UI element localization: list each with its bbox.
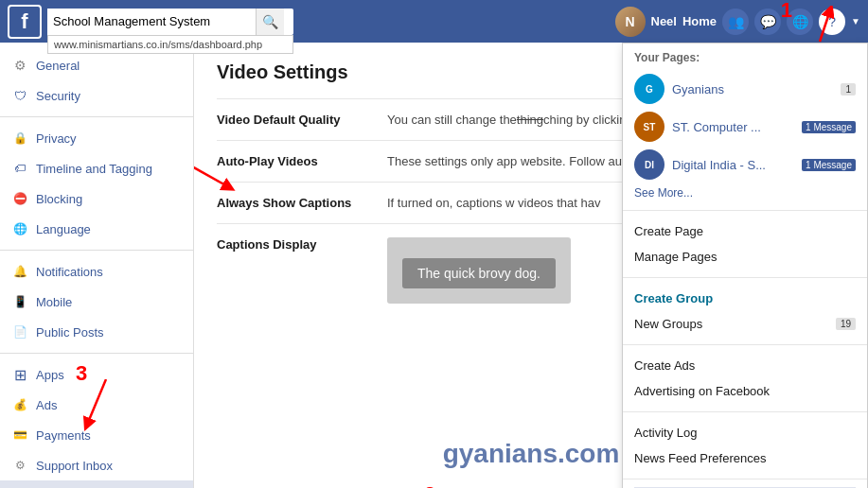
dropdown-settings-section: Settings Log Out [623,479,867,488]
bell-icon [11,263,28,280]
dropdown-panel: Your Pages: G Gyanians 1 ST ST. Computer… [622,43,868,488]
avatar[interactable]: N [615,7,646,37]
lock-icon [11,130,28,147]
page-name-gyanians: Gyanians [672,82,833,96]
sidebar-item-mobile[interactable]: Mobile [0,287,193,317]
page-avatar-digitalindia: DI [634,149,664,180]
sidebar-label-general: General [36,59,80,73]
nav-right-section: N Neel Home 👥 💬 🌐 ? ▼ [615,7,861,37]
gear-icon [11,57,28,74]
row-label-captiondisplay: Captions Display [217,237,368,252]
sidebar-label-blocking: Blocking [36,192,82,206]
see-more-link[interactable]: See More... [634,183,856,202]
facebook-logo[interactable]: f [8,5,42,39]
sidebar-item-privacy[interactable]: Privacy [0,123,193,153]
dropdown-create-section: Create Page Manage Pages [623,211,867,278]
dropdown-group-section: Create Group New Groups 19 [623,278,867,345]
new-groups-badge: 19 [836,318,856,330]
row-label-captions: Always Show Captions [217,196,368,210]
sidebar-item-apps[interactable]: Apps [0,359,193,390]
row-label-quality: Video Default Quality [217,113,368,127]
sidebar-item-blocking[interactable]: Blocking [0,183,193,214]
sidebar-item-payments[interactable]: Payments [0,420,193,450]
watermark: gyanians.com [443,439,620,469]
ads-icon [11,396,28,413]
dropdown-pages-section: Your Pages: G Gyanians 1 ST ST. Computer… [623,44,867,211]
sidebar-label-security: Security [36,89,80,103]
create-ads-link[interactable]: Create Ads [634,353,856,378]
language-icon [11,220,28,237]
mobile-icon [11,293,28,310]
manage-pages-link[interactable]: Manage Pages [634,244,856,270]
page-badge-gyanians: 1 [841,83,856,96]
sidebar-item-general[interactable]: General [0,50,193,80]
sidebar-label-support: Support Inbox [36,459,113,473]
page-item-digitalindia[interactable]: DI Digital India - S... 1 Message [634,146,856,183]
support-icon [11,457,28,474]
shield-icon [11,87,28,104]
page-name-st: ST. Computer ... [672,120,794,134]
sidebar-label-privacy: Privacy [36,131,77,146]
apps-icon [11,366,28,383]
sidebar-item-security[interactable]: Security [0,80,193,111]
user-name[interactable]: Neel [651,14,677,28]
sidebar-divider-1 [0,116,193,117]
new-groups-link[interactable]: New Groups [634,311,702,337]
advertising-link[interactable]: Advertising on Facebook [634,378,856,404]
page-badge-digitalindia: 1 Message [802,159,856,171]
main-layout: General Security Privacy Timeline and Ta… [0,43,868,488]
top-navigation: f www.minismartians.co.in/sms/dashboard.… [0,0,868,43]
page-avatar-st: ST [634,112,664,142]
sidebar-item-support[interactable]: Support Inbox [0,450,193,480]
page-name-digitalindia: Digital India - S... [672,158,794,172]
public-posts-icon [11,323,28,340]
tag-icon [11,160,28,177]
dropdown-activity-section: Activity Log News Feed Preferences [623,412,867,479]
create-group-row: Create Group [634,286,856,311]
sidebar-item-notifications[interactable]: Notifications [0,256,193,287]
sidebar-item-videos[interactable]: Videos [0,480,193,488]
dropdown-ads-section: Create Ads Advertising on Facebook [623,345,867,412]
url-hint: www.minismartians.co.in/sms/dashboard.ph… [47,35,293,54]
search-bar: www.minismartians.co.in/sms/dashboard.ph… [47,9,293,35]
friends-icon-btn[interactable]: 👥 [722,9,749,35]
sidebar-label-notifications: Notifications [36,265,103,279]
page-item-st[interactable]: ST ST. Computer ... 1 Message [634,108,856,146]
sidebar-label-apps: Apps [36,368,64,382]
help-icon-btn[interactable]: ? [819,9,845,35]
block-icon [11,190,28,207]
sidebar-divider-3 [0,353,193,354]
sidebar-item-timeline[interactable]: Timeline and Tagging [0,153,193,183]
sidebar-divider-2 [0,250,193,251]
sidebar-item-publicposts[interactable]: Public Posts [0,317,193,347]
search-input[interactable] [47,9,256,35]
new-groups-row: New Groups 19 [634,311,856,337]
news-feed-link[interactable]: News Feed Preferences [634,445,856,471]
sidebar-label-timeline: Timeline and Tagging [36,162,152,176]
page-avatar-gyanians: G [634,74,664,104]
sidebar-item-ads[interactable]: Ads [0,390,193,420]
sidebar-item-language[interactable]: Language [0,214,193,244]
caption-demo: The quick brovy dog. [402,258,556,288]
row-label-autoplay: Auto-Play Videos [217,154,368,168]
messenger-icon-btn[interactable]: 💬 [754,9,781,35]
sidebar: General Security Privacy Timeline and Ta… [0,43,194,488]
search-button[interactable]: 🔍 [256,9,284,35]
page-badge-st: 1 Message [802,121,856,133]
sidebar-label-mobile: Mobile [36,295,72,309]
sidebar-label-ads: Ads [36,398,57,412]
sidebar-label-payments: Payments [36,428,91,443]
your-pages-title: Your Pages: [634,51,856,64]
activity-log-link[interactable]: Activity Log [634,420,856,445]
sidebar-label-publicposts: Public Posts [36,325,104,340]
home-link[interactable]: Home [682,14,717,28]
create-group-link[interactable]: Create Group [634,286,713,311]
dropdown-arrow-btn[interactable]: ▼ [851,16,860,26]
sidebar-label-language: Language [36,222,91,236]
create-page-link[interactable]: Create Page [634,218,856,244]
payments-icon [11,427,28,444]
page-item-gyanians[interactable]: G Gyanians 1 [634,70,856,108]
globe-icon-btn[interactable]: 🌐 [787,9,813,35]
